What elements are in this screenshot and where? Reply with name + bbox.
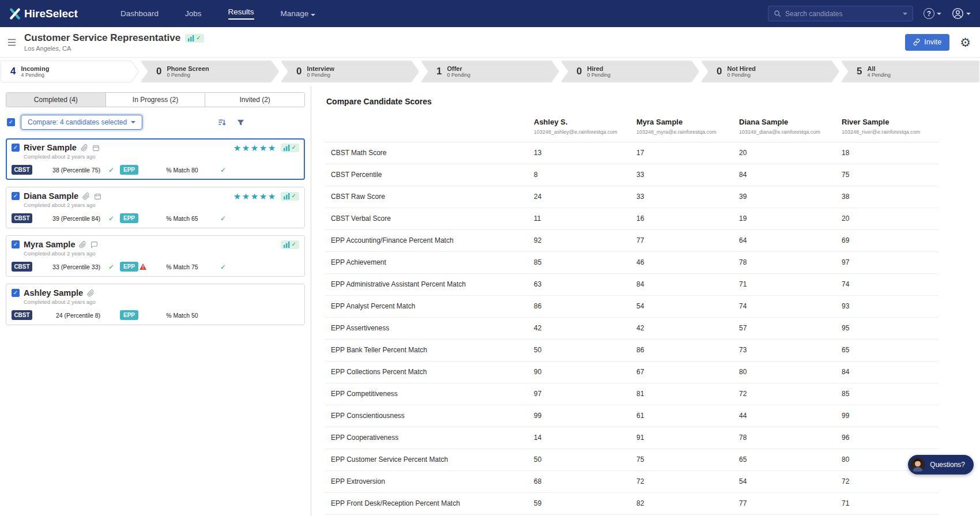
compare-row: CBST Percentile8338475 bbox=[325, 164, 938, 186]
epp-score: % Match 80 bbox=[150, 167, 214, 174]
tab-in-progress-2[interactable]: In Progress (2) bbox=[105, 93, 205, 107]
cbst-badge: CBST bbox=[12, 262, 32, 272]
nav-link-jobs[interactable]: Jobs bbox=[185, 9, 202, 18]
pipeline-stage-hired[interactable]: 0Hired0 Pending bbox=[561, 61, 699, 82]
chat-widget-button[interactable]: Questions? bbox=[908, 455, 974, 474]
select-all-checkbox[interactable]: ✓ bbox=[7, 118, 15, 126]
score-value: 8 bbox=[528, 164, 631, 186]
pipeline-stage-interview[interactable]: 0Interview0 Pending bbox=[281, 61, 419, 82]
candidate-card[interactable]: ✓ River Sample ★★★★★ ✓ Completed about 2… bbox=[6, 138, 305, 180]
score-row-label: CBST Verbal Score bbox=[325, 208, 528, 230]
stage-count: 0 bbox=[576, 66, 582, 77]
app-root: HireSelect DashboardJobsResultsManage ? bbox=[0, 0, 980, 516]
stage-count: 5 bbox=[857, 66, 862, 77]
tab-completed-4[interactable]: Completed (4) bbox=[6, 93, 105, 107]
pipeline: 4Incoming4 Pending0Phone Screen0 Pending… bbox=[0, 58, 980, 86]
list-icon bbox=[7, 39, 16, 46]
nav-link-results[interactable]: Results bbox=[228, 7, 254, 20]
candidate-card[interactable]: ✓ Diana Sample ★★★★★ ✓ Completed about 2… bbox=[6, 187, 305, 228]
candidate-checkbox[interactable]: ✓ bbox=[12, 240, 20, 248]
calendar-icon[interactable] bbox=[94, 193, 101, 200]
compare-row: EPP Achievement85467897 bbox=[325, 252, 938, 274]
candidate-name[interactable]: River Sample bbox=[24, 143, 77, 152]
calendar-icon[interactable] bbox=[92, 144, 100, 152]
pipeline-stage-phone-screen[interactable]: 0Phone Screen0 Pending bbox=[141, 61, 278, 82]
score-value: 71 bbox=[733, 274, 836, 296]
results-ready-badge[interactable]: ✓ bbox=[281, 144, 299, 152]
compare-dropdown-label: Compare: 4 candidates selected bbox=[28, 118, 127, 126]
star-rating[interactable]: ★★★★★ bbox=[233, 144, 277, 152]
score-value: 85 bbox=[528, 252, 631, 274]
paperclip-icon[interactable] bbox=[79, 241, 86, 248]
star-rating[interactable]: ★★★★★ bbox=[233, 192, 277, 201]
epp-score: % Match 65 bbox=[150, 215, 214, 222]
search-input[interactable] bbox=[785, 10, 899, 18]
brand-logo[interactable]: HireSelect bbox=[9, 7, 78, 20]
score-value: 33 bbox=[631, 186, 733, 208]
brand-name: HireSelect bbox=[24, 7, 78, 20]
paperclip-icon[interactable] bbox=[81, 144, 88, 152]
chevron-down-icon bbox=[966, 13, 971, 15]
paperclip-icon[interactable] bbox=[82, 193, 90, 200]
left-tabs: Completed (4)In Progress (2)Invited (2) bbox=[6, 92, 305, 107]
score-row-label: CBST Percentile bbox=[325, 164, 528, 186]
help-menu[interactable]: ? bbox=[924, 8, 941, 19]
candidate-column-name: Ashley S. bbox=[534, 118, 625, 126]
score-value: 19 bbox=[733, 208, 836, 230]
tab-invited-2[interactable]: Invited (2) bbox=[205, 93, 304, 107]
pipeline-stage-not-hired[interactable]: 0Not Hired0 Pending bbox=[702, 61, 839, 82]
candidate-name[interactable]: Diana Sample bbox=[24, 191, 78, 201]
stage-count: 0 bbox=[717, 66, 722, 77]
score-row-label: EPP Assertiveness bbox=[325, 318, 528, 340]
score-value: 74 bbox=[836, 274, 938, 296]
compare-row: EPP Extroversion68725472 bbox=[325, 471, 938, 493]
invite-button[interactable]: Invite bbox=[905, 34, 949, 51]
candidate-checkbox[interactable]: ✓ bbox=[12, 289, 20, 297]
score-row-label: EPP Administrative Assistant Percent Mat… bbox=[325, 274, 528, 296]
score-value: 80 bbox=[733, 361, 836, 383]
sort-icon[interactable] bbox=[217, 118, 227, 127]
chat-label: Questions? bbox=[930, 461, 965, 469]
score-value: 91 bbox=[631, 427, 733, 449]
job-title: Customer Service Representative bbox=[24, 32, 180, 44]
nav-link-manage[interactable]: Manage bbox=[281, 9, 316, 18]
score-value: 72 bbox=[631, 471, 733, 493]
score-value: 77 bbox=[631, 230, 733, 252]
score-value: 82 bbox=[631, 493, 733, 515]
candidate-name[interactable]: Myra Sample bbox=[24, 240, 75, 249]
user-menu[interactable] bbox=[952, 7, 971, 20]
pipeline-stage-incoming[interactable]: 4Incoming4 Pending bbox=[1, 61, 138, 82]
score-row-label: EPP Conscientiousness bbox=[325, 405, 528, 427]
nav-link-dashboard[interactable]: Dashboard bbox=[120, 9, 159, 18]
results-ready-badge[interactable]: ✓ bbox=[281, 240, 299, 249]
sidebar-toggle-button[interactable] bbox=[3, 39, 20, 46]
candidate-checkbox[interactable]: ✓ bbox=[12, 192, 20, 200]
epp-score: % Match 50 bbox=[150, 312, 214, 319]
candidate-checkbox[interactable]: ✓ bbox=[12, 144, 20, 152]
candidate-name[interactable]: Ashley Sample bbox=[24, 288, 83, 297]
compare-dropdown-button[interactable]: Compare: 4 candidates selected bbox=[21, 115, 142, 130]
comment-icon[interactable] bbox=[91, 241, 98, 248]
paperclip-icon[interactable] bbox=[87, 289, 95, 297]
stage-pending-count: 4 Pending bbox=[21, 72, 49, 78]
score-value: 17 bbox=[631, 142, 733, 164]
filter-icon[interactable] bbox=[237, 119, 244, 126]
score-value: 75 bbox=[836, 164, 938, 186]
job-location: Los Angeles, CA bbox=[24, 45, 204, 52]
results-ready-badge[interactable]: ✓ bbox=[281, 192, 299, 201]
search-dropdown-caret-icon[interactable] bbox=[903, 13, 907, 15]
candidate-card[interactable]: ✓ Ashley Sample Completed about 2 years … bbox=[6, 284, 305, 325]
epp-badge: EPP bbox=[120, 165, 138, 175]
score-value: 84 bbox=[836, 361, 938, 383]
settings-gear-icon[interactable]: ⚙ bbox=[960, 36, 971, 48]
pipeline-stage-offer[interactable]: 1Offer0 Pending bbox=[421, 61, 559, 82]
job-results-badge[interactable]: ✓ bbox=[185, 34, 203, 43]
compare-row: EPP Assertiveness42425795 bbox=[325, 318, 938, 340]
pipeline-stage-all[interactable]: 5All4 Pending bbox=[842, 61, 979, 82]
score-value: 20 bbox=[836, 208, 938, 230]
candidate-column-name: Myra Sample bbox=[636, 118, 728, 126]
epp-badge: EPP bbox=[120, 213, 138, 223]
nav-links: DashboardJobsResultsManage bbox=[120, 7, 315, 20]
candidate-card[interactable]: ✓ Myra Sample ✓ Completed about 2 years … bbox=[6, 235, 305, 277]
score-value: 14 bbox=[528, 427, 631, 449]
